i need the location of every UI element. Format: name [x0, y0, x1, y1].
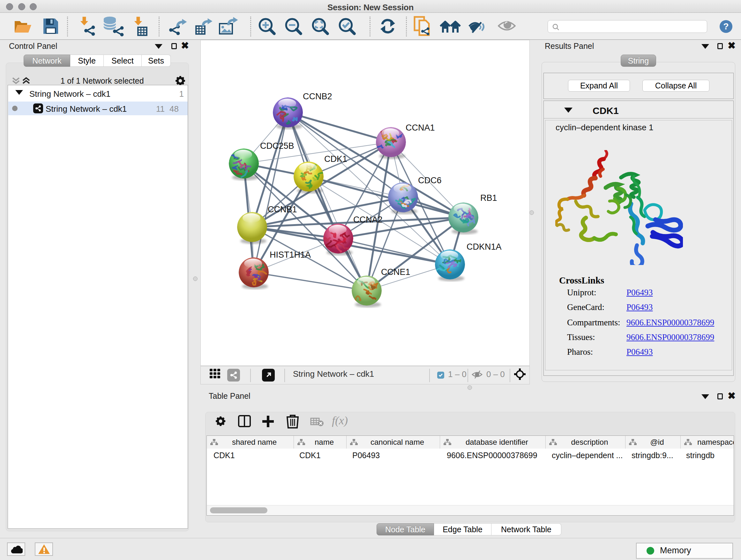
svg-text:CDK1: CDK1	[324, 154, 347, 164]
svg-text:CCNB1: CCNB1	[268, 205, 297, 214]
svg-text:CDC6: CDC6	[418, 176, 442, 185]
svg-text:CCNA1: CCNA1	[406, 123, 435, 132]
svg-text:CCNA2: CCNA2	[353, 215, 383, 225]
svg-text:CDKN1A: CDKN1A	[467, 242, 502, 252]
svg-text:?: ?	[723, 21, 729, 31]
svg-text:HIST1H1A: HIST1H1A	[270, 250, 311, 260]
svg-text:CDC25B: CDC25B	[260, 141, 294, 151]
svg-text:RB1: RB1	[480, 193, 497, 203]
svg-text:CCNE1: CCNE1	[381, 267, 410, 277]
svg-text:CCNB2: CCNB2	[303, 91, 332, 101]
